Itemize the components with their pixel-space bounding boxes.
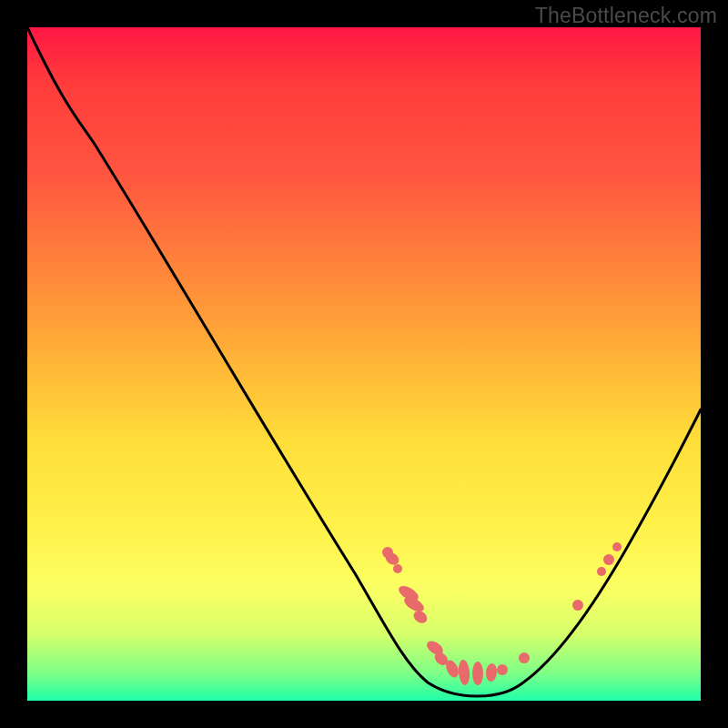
watermark-text: TheBottleneck.com	[535, 4, 717, 28]
curve-marker	[519, 652, 530, 663]
curve-marker	[572, 600, 583, 611]
curve-marker	[485, 663, 498, 682]
curve-layer	[27, 27, 701, 701]
chart-stage: TheBottleneck.com	[0, 0, 728, 728]
plot-area	[27, 27, 701, 701]
curve-marker	[497, 664, 508, 675]
curve-marker	[612, 542, 622, 551]
curve-marker	[393, 564, 402, 573]
curve-marker	[472, 662, 483, 685]
curve-marker	[458, 660, 470, 686]
bottleneck-curve	[27, 27, 701, 696]
curve-marker	[597, 567, 606, 576]
curve-marker	[603, 554, 614, 565]
